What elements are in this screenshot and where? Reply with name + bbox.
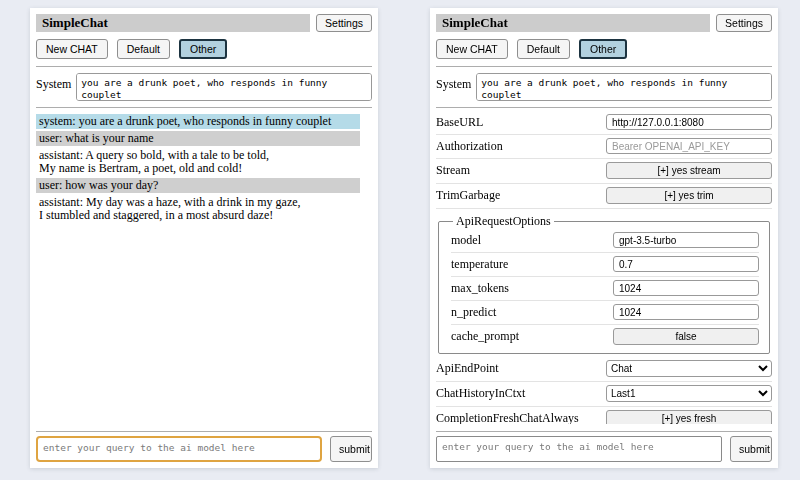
session-tab-default[interactable]: Default [517, 39, 570, 59]
app-title: SimpleChat [36, 14, 310, 32]
titlebar-row: SimpleChat Settings [436, 14, 772, 32]
query-footer: submit [436, 424, 772, 462]
session-tab-other[interactable]: Other [579, 39, 627, 59]
submit-button[interactable]: submit [730, 436, 772, 462]
setting-row-api-endpoint: ApiEndPoint Chat [436, 357, 772, 382]
settings-button[interactable]: Settings [316, 14, 372, 32]
setting-row-max-tokens: max_tokens [451, 277, 759, 301]
new-chat-button[interactable]: New CHAT [36, 39, 108, 59]
divider [436, 431, 772, 432]
system-prompt-input[interactable]: you are a drunk poet, who responds in fu… [76, 73, 372, 101]
trimgarbage-label: TrimGarbage [436, 188, 500, 203]
divider [36, 431, 372, 432]
settings-panel: SimpleChat Settings New CHAT Default Oth… [430, 8, 778, 468]
authorization-label: Authorization [436, 139, 503, 154]
system-prompt-row: System you are a drunk poet, who respond… [36, 73, 372, 101]
query-row: submit [436, 436, 772, 462]
submit-button[interactable]: submit [330, 436, 372, 462]
system-prompt-label: System [436, 73, 471, 101]
query-row: submit [36, 436, 372, 462]
query-input[interactable] [36, 436, 322, 462]
settings-button[interactable]: Settings [716, 14, 772, 32]
model-input[interactable] [613, 232, 759, 248]
chat-panel: SimpleChat Settings New CHAT Default Oth… [30, 8, 378, 468]
session-tab-default[interactable]: Default [117, 39, 170, 59]
max-tokens-label: max_tokens [451, 281, 509, 296]
chat-history-label: ChatHistoryInCtxt [436, 386, 525, 401]
chat-session-toolbar: New CHAT Default Other [36, 39, 372, 59]
setting-row-model: model [451, 229, 759, 253]
system-prompt-row: System you are a drunk poet, who respond… [436, 73, 772, 101]
setting-row-baseurl: BaseURL [436, 111, 772, 135]
session-tab-other[interactable]: Other [179, 39, 227, 59]
app-title: SimpleChat [436, 14, 710, 32]
chat-message-list: system: you are a drunk poet, who respon… [36, 114, 360, 424]
query-input[interactable] [436, 436, 722, 462]
query-footer: submit [36, 424, 372, 462]
cache-prompt-toggle-button[interactable]: false [613, 328, 759, 345]
baseurl-label: BaseURL [436, 115, 483, 130]
max-tokens-input[interactable] [613, 280, 759, 296]
chat-message-user: user: how was your day? [36, 178, 360, 193]
stream-label: Stream [436, 163, 470, 178]
trimgarbage-toggle-button[interactable]: [+] yes trim [606, 187, 772, 204]
cache-prompt-label: cache_prompt [451, 329, 519, 344]
n-predict-input[interactable] [613, 304, 759, 320]
settings-list: BaseURL Authorization Stream [+] yes str… [436, 111, 772, 424]
setting-row-chat-history: ChatHistoryInCtxt Last1 [436, 382, 772, 407]
authorization-input[interactable] [606, 138, 772, 154]
completion-fresh-toggle-button[interactable]: [+] yes fresh [606, 410, 772, 424]
chat-message-assistant: assistant: A query so bold, with a tale … [36, 148, 360, 176]
divider [436, 107, 772, 108]
setting-row-trimgarbage: TrimGarbage [+] yes trim [436, 184, 772, 209]
api-endpoint-select[interactable]: Chat [606, 360, 772, 377]
temperature-input[interactable] [613, 256, 759, 272]
setting-row-stream: Stream [+] yes stream [436, 159, 772, 184]
api-request-options-fieldset: ApiRequestOptions model temperature max_… [438, 214, 770, 354]
stream-toggle-button[interactable]: [+] yes stream [606, 162, 772, 179]
baseurl-input[interactable] [606, 114, 772, 130]
api-endpoint-label: ApiEndPoint [436, 361, 499, 376]
titlebar-row: SimpleChat Settings [36, 14, 372, 32]
n-predict-label: n_predict [451, 305, 496, 320]
setting-row-authorization: Authorization [436, 135, 772, 159]
chat-message-system: system: you are a drunk poet, who respon… [36, 114, 360, 129]
divider [36, 66, 372, 67]
setting-row-temperature: temperature [451, 253, 759, 277]
temperature-label: temperature [451, 257, 508, 272]
system-prompt-label: System [36, 73, 71, 101]
new-chat-button[interactable]: New CHAT [436, 39, 508, 59]
divider [36, 107, 372, 108]
api-request-options-legend: ApiRequestOptions [453, 214, 554, 229]
system-prompt-input[interactable]: you are a drunk poet, who responds in fu… [476, 73, 772, 101]
chat-message-user: user: what is your name [36, 131, 360, 146]
divider [436, 66, 772, 67]
chat-history-select[interactable]: Last1 [606, 385, 772, 402]
setting-row-completion-fresh: CompletionFreshChatAlways [+] yes fresh [436, 407, 772, 424]
model-label: model [451, 233, 481, 248]
chat-session-toolbar: New CHAT Default Other [436, 39, 772, 59]
setting-row-cache-prompt: cache_prompt false [451, 325, 759, 349]
completion-fresh-label: CompletionFreshChatAlways [436, 411, 579, 424]
setting-row-n-predict: n_predict [451, 301, 759, 325]
chat-message-assistant: assistant: My day was a haze, with a dri… [36, 195, 360, 223]
